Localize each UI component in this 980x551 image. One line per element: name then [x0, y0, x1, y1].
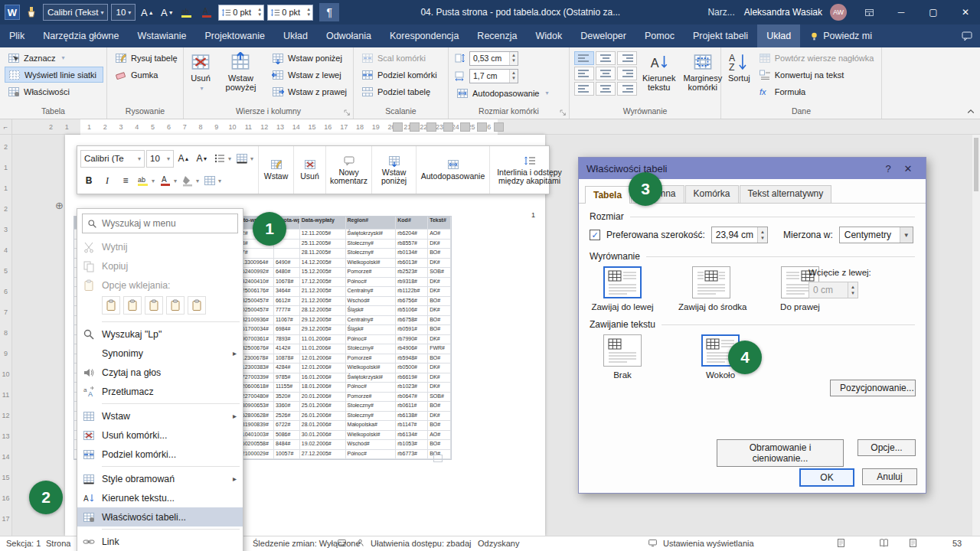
mini-toolbar-button[interactable]: Usuń: [293, 146, 325, 194]
display-settings-button[interactable]: Ustawienia wyświetlania: [663, 536, 754, 551]
mini-toolbar-button[interactable]: Autodopasowanie: [416, 146, 489, 194]
align-middle-center-button[interactable]: [596, 67, 616, 80]
measured-in-select[interactable]: Centymetry▼: [839, 227, 913, 243]
align-top-right-button[interactable]: [617, 51, 637, 65]
menu-item[interactable]: [102, 466, 240, 467]
dialog-close-button[interactable]: ✕: [898, 163, 918, 174]
menu-item[interactable]: [102, 403, 240, 404]
preferred-width-spinner[interactable]: 23,94 cm▲▼: [711, 227, 768, 243]
menu-item[interactable]: Usuń komórki...: [77, 425, 243, 445]
minimize-button[interactable]: ─: [887, 0, 916, 24]
text-highlight-button[interactable]: ab▾: [136, 172, 156, 190]
paste-option-icon[interactable]: [123, 296, 142, 315]
ribbon-tab[interactable]: Widok: [526, 24, 571, 47]
mini-toolbar-button[interactable]: Nowy komentarz: [325, 146, 371, 194]
horizontal-ruler[interactable]: 21 1234567891011121314151617181920212223…: [12, 119, 980, 135]
insert-above-button[interactable]: Wstaw powyżej: [216, 50, 266, 106]
mini-toolbar-button[interactable]: Wstaw poniżej: [371, 146, 416, 194]
ribbon-tab[interactable]: Korespondencja: [381, 24, 468, 47]
table-properties-button[interactable]: Właściwości: [5, 83, 103, 99]
ribbon-display-options-button[interactable]: [854, 0, 884, 24]
help-button[interactable]: ?: [878, 163, 898, 174]
read-mode-icon[interactable]: [879, 536, 892, 551]
user-name[interactable]: Aleksandra Wasiak: [744, 7, 822, 18]
spacing-after-spinner[interactable]: 0 pkt▲▼: [267, 5, 313, 21]
zoom-level[interactable]: 53: [952, 536, 962, 551]
convert-to-text-button[interactable]: Konwertuj na tekst: [756, 67, 878, 83]
ribbon-tab[interactable]: Deweloper: [571, 24, 635, 47]
align-button[interactable]: ≡: [117, 172, 134, 190]
ruler-column-marker[interactable]: [494, 122, 504, 132]
ribbon-tab[interactable]: Pomoc: [635, 24, 684, 47]
page-indicator[interactable]: Strona: [46, 536, 70, 551]
ribbon-tab[interactable]: Układ: [274, 24, 317, 47]
display-settings-icon[interactable]: [648, 536, 661, 551]
spacing-before-spinner[interactable]: 0 pkt▲▼: [218, 5, 264, 21]
bold-button[interactable]: B: [80, 172, 97, 190]
font-color-button[interactable]: A▾: [158, 172, 178, 190]
ribbon-tab[interactable]: Recenzja: [468, 24, 526, 47]
menu-item[interactable]: Wstaw▸: [77, 406, 243, 425]
vertical-ruler[interactable]: 211234567891011121314151617: [0, 135, 12, 536]
border-grid-button[interactable]: ▾: [202, 172, 223, 190]
display-check-icon[interactable]: [337, 536, 350, 551]
insert-left-button[interactable]: Wstaw z lewej: [269, 67, 350, 83]
avatar[interactable]: AW: [830, 4, 847, 21]
table-move-handle[interactable]: ⊕: [55, 200, 64, 211]
ruler-column-marker[interactable]: [477, 122, 487, 132]
align-top-center-button[interactable]: [596, 51, 616, 65]
ruler-column-marker[interactable]: [393, 122, 403, 132]
format-painter-icon[interactable]: [23, 4, 40, 21]
dialog-tab[interactable]: Tabela: [585, 186, 630, 204]
wrapping-option[interactable]: Brak: [590, 334, 655, 380]
ribbon-tab[interactable]: Odwołania: [317, 24, 381, 47]
tell-me-tab[interactable]: Powiedz mi: [800, 24, 881, 47]
alignment-option[interactable]: Zawijaj do lewej: [590, 266, 655, 311]
borders-shading-button[interactable]: Obramowanie i cieniowanie...: [717, 439, 844, 467]
feedback-icon[interactable]: [954, 24, 980, 47]
borders-button[interactable]: ▾: [234, 150, 255, 168]
mini-font-size-select[interactable]: 10▾: [146, 150, 174, 168]
ruler-column-marker[interactable]: [443, 122, 453, 132]
ribbon-tab[interactable]: Układ: [757, 24, 800, 47]
menu-item[interactable]: aAPrzetłumacz: [77, 382, 243, 401]
formula-button[interactable]: fxFormuła: [756, 83, 878, 99]
menu-item[interactable]: Czytaj na głos: [77, 363, 243, 382]
menu-item[interactable]: Wytnij: [77, 237, 243, 256]
grow-font-button[interactable]: A▲: [175, 150, 192, 168]
ribbon-tab[interactable]: Projekt tabeli: [684, 24, 757, 47]
insert-below-button[interactable]: Wstaw poniżej: [269, 50, 350, 66]
font-name-select[interactable]: Calibri (Tekst▾: [43, 4, 108, 21]
alignment-option[interactable]: Zawijaj do środka: [678, 266, 744, 311]
row-height-spinner[interactable]: 0,53 cm▲▼: [469, 51, 518, 66]
menu-search-box[interactable]: [82, 214, 238, 233]
text-highlight-button[interactable]: ab: [178, 4, 195, 21]
font-size-select[interactable]: 10▾: [111, 4, 136, 21]
grow-font-button[interactable]: A▲: [139, 4, 155, 21]
select-button[interactable]: Zaznacz▾: [5, 50, 103, 66]
shrink-font-button[interactable]: A▼: [158, 4, 175, 21]
collapse-ribbon-button[interactable]: [966, 107, 975, 116]
cell-margins-button[interactable]: Marginesy komórki: [681, 50, 724, 106]
bullets-button[interactable]: ▾: [212, 150, 233, 168]
mini-toolbar-button[interactable]: Interlinia i odstępy między akapitami: [489, 146, 569, 194]
positioning-button[interactable]: Pozycjonowanie...: [830, 380, 916, 396]
paste-option-icon[interactable]: [166, 296, 185, 315]
align-middle-right-button[interactable]: [617, 67, 637, 80]
sort-button[interactable]: AZSortuj: [726, 50, 753, 106]
ribbon-tab[interactable]: Projektowanie: [195, 24, 274, 47]
paste-option-icon[interactable]: [145, 296, 163, 315]
menu-item[interactable]: Wyszukaj "Lp": [77, 324, 243, 344]
menu-item[interactable]: Kopiuj: [77, 256, 243, 276]
italic-button[interactable]: I: [99, 172, 116, 190]
ribbon-tab[interactable]: Wstawianie: [129, 24, 196, 47]
align-middle-left-button[interactable]: [574, 67, 594, 80]
dialog-launcher-icon[interactable]: [559, 109, 567, 117]
align-bottom-center-button[interactable]: [596, 82, 616, 96]
cancel-button[interactable]: Anuluj: [862, 468, 917, 485]
show-paragraph-marks-button[interactable]: ¶: [319, 3, 339, 21]
scrollbar-thumb[interactable]: [974, 138, 978, 191]
maximize-button[interactable]: ▢: [919, 0, 948, 24]
vertical-scrollbar[interactable]: [972, 135, 980, 536]
section-indicator[interactable]: Sekcja: 1: [6, 536, 41, 551]
